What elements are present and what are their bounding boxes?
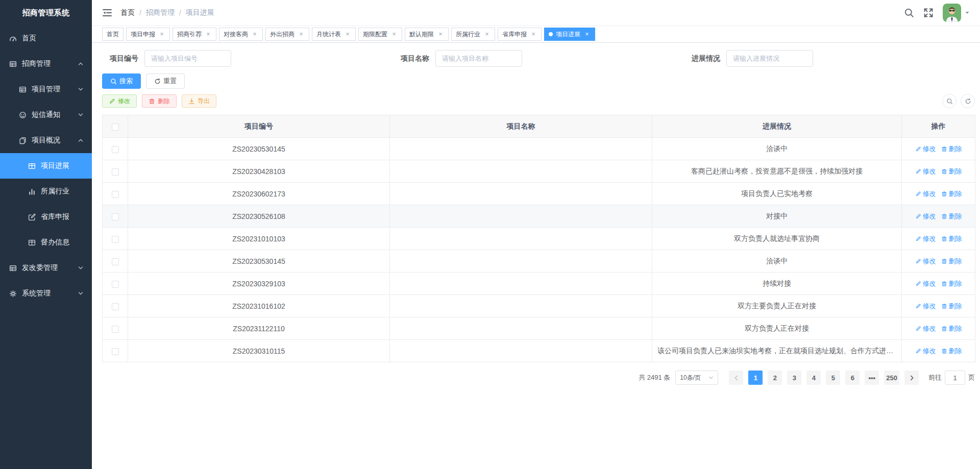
tab-item-1[interactable]: 首页 — [102, 28, 124, 41]
page-button-4[interactable]: 4 — [806, 371, 821, 385]
row-delete-link[interactable]: 删除 — [941, 167, 962, 176]
edit-button[interactable]: 修改 — [102, 94, 137, 108]
toggle-search-icon[interactable] — [942, 94, 957, 108]
sidebar-item-9[interactable]: 督办信息 — [0, 230, 92, 255]
sidebar-item-8[interactable]: 省库申报 — [0, 204, 92, 230]
row-checkbox[interactable] — [112, 236, 119, 243]
row-checkbox[interactable] — [112, 326, 119, 333]
close-icon[interactable]: × — [298, 31, 305, 38]
page-size-select[interactable]: 10条/页 — [675, 371, 718, 385]
tab-item-3[interactable]: 招商引荐× — [173, 28, 216, 41]
sidebar-item-10[interactable]: 发改委管理 — [0, 255, 92, 281]
sidebar-item-3[interactable]: 项目管理 — [0, 77, 92, 102]
row-checkbox[interactable] — [112, 258, 119, 265]
table-toolbar: 修改 删除 导出 — [102, 94, 975, 108]
delete-button[interactable]: 删除 — [142, 94, 177, 108]
breadcrumb-item[interactable]: 招商管理 — [146, 8, 175, 17]
row-delete-link[interactable]: 删除 — [941, 144, 962, 154]
row-delete-link[interactable]: 删除 — [941, 279, 962, 288]
row-delete-link[interactable]: 删除 — [941, 347, 962, 356]
row-edit-link[interactable]: 修改 — [915, 347, 936, 356]
table-row-1: ZS20230530145洽谈中修改删除 — [103, 138, 975, 160]
close-icon[interactable]: × — [583, 31, 591, 38]
row-delete-link[interactable]: 删除 — [941, 302, 962, 311]
prev-page-button[interactable] — [729, 371, 743, 385]
close-icon[interactable]: × — [437, 31, 444, 38]
row-delete-link[interactable]: 删除 — [941, 257, 962, 266]
close-icon[interactable]: × — [158, 31, 165, 38]
close-icon[interactable]: × — [344, 31, 351, 38]
search-icon[interactable] — [904, 8, 914, 18]
row-checkbox[interactable] — [112, 348, 119, 355]
page-button-3[interactable]: 3 — [787, 371, 801, 385]
row-edit-link[interactable]: 修改 — [915, 234, 936, 243]
row-delete-link[interactable]: 删除 — [941, 212, 962, 221]
goto-page-input[interactable] — [945, 371, 965, 385]
row-checkbox[interactable] — [112, 168, 119, 176]
tab-item-2[interactable]: 项目申报× — [126, 28, 170, 41]
goto-suffix: 页 — [968, 373, 975, 382]
tab-item-11[interactable]: 项目进展× — [544, 28, 595, 41]
more-pages-button[interactable]: ••• — [865, 371, 879, 385]
close-icon[interactable]: × — [251, 31, 258, 38]
sidebar-item-2[interactable]: 招商管理 — [0, 51, 92, 77]
close-icon[interactable]: × — [530, 31, 537, 38]
close-icon[interactable]: × — [483, 31, 491, 38]
row-checkbox[interactable] — [112, 146, 119, 153]
page-button-5[interactable]: 5 — [826, 371, 840, 385]
hamburger-icon[interactable] — [102, 8, 112, 18]
sidebar-item-5[interactable]: 项目概况 — [0, 128, 92, 153]
tab-item-9[interactable]: 所属行业× — [451, 28, 495, 41]
row-edit-link[interactable]: 修改 — [915, 212, 936, 221]
sidebar-item-6[interactable]: 项目进展 — [0, 153, 92, 179]
row-checkbox[interactable] — [112, 303, 119, 310]
page-button-6[interactable]: 6 — [845, 371, 860, 385]
tab-item-4[interactable]: 对接客商× — [219, 28, 263, 41]
row-edit-link[interactable]: 修改 — [915, 257, 936, 266]
export-button[interactable]: 导出 — [182, 94, 216, 108]
tab-item-10[interactable]: 省库申报× — [498, 28, 542, 41]
row-checkbox[interactable] — [112, 213, 119, 220]
sidebar-item-11[interactable]: 系统管理 — [0, 281, 92, 306]
reset-button[interactable]: 重置 — [146, 73, 185, 89]
active-dot — [549, 32, 553, 36]
row-delete-link[interactable]: 删除 — [941, 234, 962, 243]
row-delete-link[interactable]: 删除 — [941, 324, 962, 333]
trash-icon — [941, 168, 947, 175]
tab-item-7[interactable]: 期限配置× — [358, 28, 402, 41]
tab-label: 外出招商 — [270, 30, 295, 39]
sidebar-item-1[interactable]: 首页 — [0, 26, 92, 51]
sidebar-item-7[interactable]: 所属行业 — [0, 179, 92, 204]
fullscreen-icon[interactable] — [923, 8, 934, 18]
row-edit-link[interactable]: 修改 — [915, 167, 936, 176]
trash-icon — [941, 326, 947, 332]
progress-input[interactable] — [726, 50, 813, 67]
project-name-input[interactable] — [435, 50, 522, 67]
row-delete-link[interactable]: 删除 — [941, 189, 962, 199]
project-code-input[interactable] — [144, 50, 231, 67]
tab-item-6[interactable]: 月统计表× — [312, 28, 356, 41]
search-button[interactable]: 搜索 — [102, 73, 141, 89]
pen-icon — [915, 326, 921, 332]
user-menu[interactable] — [943, 4, 970, 22]
row-edit-link[interactable]: 修改 — [915, 302, 936, 311]
tab-item-5[interactable]: 外出招商× — [265, 28, 309, 41]
close-icon[interactable]: × — [205, 31, 212, 38]
close-icon[interactable]: × — [390, 31, 398, 38]
refresh-table-icon[interactable] — [961, 94, 975, 108]
row-edit-link[interactable]: 修改 — [915, 144, 936, 154]
breadcrumb-item[interactable]: 首页 — [120, 8, 135, 17]
sidebar-item-4[interactable]: 短信通知 — [0, 102, 92, 128]
row-edit-link[interactable]: 修改 — [915, 189, 936, 199]
row-checkbox[interactable] — [112, 281, 119, 288]
tab-item-8[interactable]: 默认期限× — [405, 28, 449, 41]
row-edit-link[interactable]: 修改 — [915, 324, 936, 333]
select-all-checkbox[interactable] — [112, 124, 119, 131]
page-button-1[interactable]: 1 — [748, 371, 763, 385]
filter-label: 项目编号 — [102, 54, 144, 63]
row-edit-link[interactable]: 修改 — [915, 279, 936, 288]
page-button-2[interactable]: 2 — [768, 371, 782, 385]
row-checkbox[interactable] — [112, 191, 119, 198]
page-button-250[interactable]: 250 — [884, 371, 899, 385]
next-page-button[interactable] — [904, 371, 919, 385]
